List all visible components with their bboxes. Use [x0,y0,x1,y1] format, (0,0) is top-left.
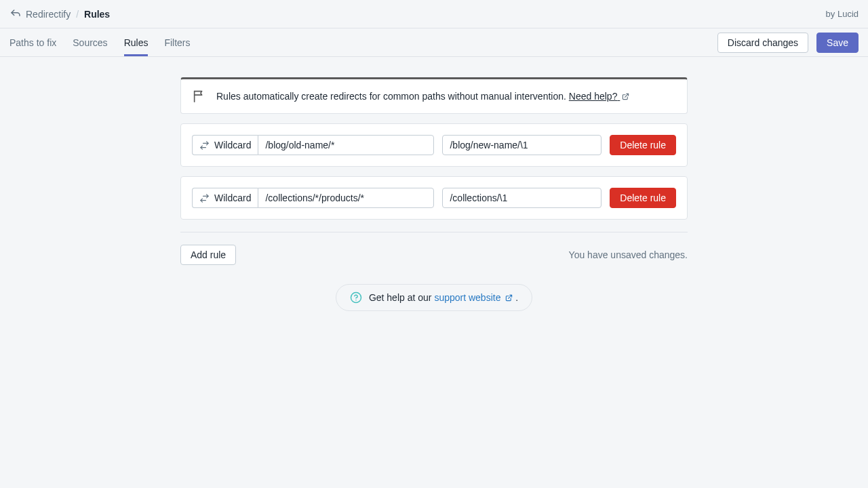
app-name[interactable]: Redirectify [26,9,71,20]
save-button[interactable]: Save [816,33,859,53]
discard-changes-button[interactable]: Discard changes [717,33,808,53]
help-prefix: Get help at our [369,292,435,303]
rule-row: Wildcard Delete rule [180,176,688,220]
rule-target-input[interactable] [442,188,601,208]
svg-line-3 [509,295,512,298]
external-link-icon [505,294,513,302]
topbar: Redirectify / Rules by Lucid [0,0,868,28]
back-icon[interactable] [9,8,22,20]
swap-icon [199,193,210,203]
need-help-link[interactable]: Need help? [569,91,620,102]
pattern-group: Wildcard [192,188,434,208]
byline: by Lucid [826,9,859,19]
main: Rules automatically create redirects for… [0,57,868,311]
external-link-icon [622,93,629,100]
swap-icon [199,140,210,150]
add-rule-button[interactable]: Add rule [180,245,236,265]
page-title: Rules [84,9,110,20]
rule-type-label: Wildcard [214,140,251,150]
banner-text: Rules automatically create redirects for… [216,91,629,102]
rule-pattern-input[interactable] [258,188,434,208]
delete-rule-button[interactable]: Delete rule [610,135,676,155]
rule-pattern-input[interactable] [258,135,434,155]
need-help-label: Need help? [569,91,618,102]
navrow: Paths to fix Sources Rules Filters Disca… [0,28,868,57]
tab-sources[interactable]: Sources [73,28,107,56]
footer-row: Add rule You have unsaved changes. [180,232,688,265]
breadcrumb-separator: / [76,9,79,20]
info-banner: Rules automatically create redirects for… [180,77,688,114]
flag-icon [192,89,207,104]
pattern-group: Wildcard [192,135,434,155]
tabs: Paths to fix Sources Rules Filters [9,28,191,56]
help-pill: Get help at our support website . [336,284,532,311]
help-suffix: . [515,292,518,303]
breadcrumb: Redirectify / Rules [9,8,110,20]
tab-rules[interactable]: Rules [124,28,149,56]
svg-line-0 [625,94,629,97]
nav-actions: Discard changes Save [717,28,859,56]
rule-type-selector[interactable]: Wildcard [192,188,258,208]
rule-row: Wildcard Delete rule [180,123,688,167]
banner-message: Rules automatically create redirects for… [216,91,566,102]
help-icon [350,291,362,304]
support-website-link[interactable]: support website [434,292,515,303]
rule-type-selector[interactable]: Wildcard [192,135,258,155]
rule-target-input[interactable] [442,135,601,155]
help-text: Get help at our support website . [369,292,518,303]
container: Rules automatically create redirects for… [180,77,688,220]
support-website-label: support website [434,292,500,303]
tab-paths-to-fix[interactable]: Paths to fix [9,28,56,56]
unsaved-changes-message: You have unsaved changes. [569,249,688,260]
delete-rule-button[interactable]: Delete rule [610,188,676,208]
tab-filters[interactable]: Filters [164,28,190,56]
rule-type-label: Wildcard [214,192,251,203]
